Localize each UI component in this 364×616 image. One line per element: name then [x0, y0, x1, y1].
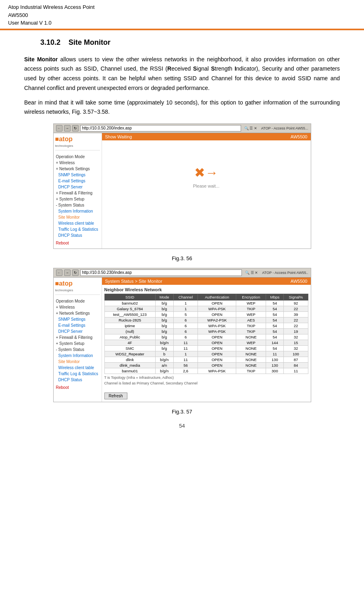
- sidebar-email-56[interactable]: E-mail Settings: [55, 178, 100, 184]
- table-cell: TKIP: [236, 323, 266, 329]
- table-row: banmu02b/g1OPENWEP5492: [104, 301, 308, 306]
- doc-content: 3.10.2 Site Monitor Site Monitor allows …: [0, 30, 364, 437]
- panel-product-57: AW5500: [291, 279, 308, 284]
- table-cell: (null): [104, 329, 155, 334]
- sidebar-netsettings-56[interactable]: + Network Settings: [55, 166, 100, 172]
- sidebar-firewall-57[interactable]: + Firewall & Filtering: [55, 334, 100, 340]
- col-ssid: SSID: [104, 294, 155, 301]
- site-table-body: banmu02b/g1OPENWEP5492Galaxy S_6784b/g1W…: [104, 301, 308, 374]
- refresh-btn-57-bar[interactable]: ↻: [72, 269, 79, 276]
- sidebar-wirclient-57[interactable]: Wireless client table: [55, 365, 100, 371]
- sidebar-dhcpstatus-56[interactable]: DHCP Status: [55, 232, 100, 238]
- sidebar-wirclient-56[interactable]: Wireless client table: [55, 220, 100, 226]
- sidebar-sysstatus-56[interactable]: - System Status: [55, 202, 100, 208]
- sidebar-dhcpstatus-57[interactable]: DHCP Status: [55, 377, 100, 383]
- back-btn-56[interactable]: ←: [56, 125, 62, 132]
- back-btn-57[interactable]: ←: [56, 269, 62, 276]
- sidebar-sitemon-56[interactable]: Site Monitor: [55, 214, 100, 220]
- table-row: dlinkb/g/n11OPENNONE13087: [104, 357, 308, 363]
- sidebar-sysstatus-57[interactable]: - System Status: [55, 347, 100, 353]
- body-paragraph-1: Site Monitor allows users to view the ot…: [24, 55, 340, 93]
- table-cell: WEP: [236, 312, 266, 317]
- table-cell: OPEN: [198, 340, 236, 346]
- table-cell: 11: [266, 351, 284, 357]
- site-monitor-table: SSID Mode Channel Authentication Encrypt…: [104, 294, 308, 374]
- sidebar-traffic-57[interactable]: Traffic Log & Statistics: [55, 371, 100, 377]
- table-cell: 6: [173, 334, 198, 340]
- table-row: Atop_Publicb/g6OPENNONE5432: [104, 334, 308, 340]
- fig56-label: Fig.3. 56: [24, 255, 340, 261]
- sidebar-dhcp-server-56[interactable]: DHCP Server: [55, 184, 100, 190]
- table-cell: 11: [173, 346, 198, 351]
- sidebar-sysinfo-57[interactable]: System Information: [55, 353, 100, 359]
- table-cell: a/n: [155, 363, 173, 368]
- table-cell: b/g/n: [155, 368, 173, 374]
- sidebar-op-mode-56[interactable]: Operation Mode: [55, 154, 100, 160]
- table-cell: 300: [266, 368, 284, 374]
- page-footer: 54: [24, 423, 340, 429]
- sidebar-wireless-57[interactable]: + Wireless: [55, 304, 100, 310]
- fig56-screenshot: ← → ↻ http://10.0.50.200/index.asp 🔍 ☰ ✕…: [53, 123, 311, 249]
- sidebar-dhcp-server-57[interactable]: DHCP Server: [55, 328, 100, 334]
- table-row: WDS2_Repeaterb1OPENNONE11100: [104, 351, 308, 357]
- table-cell: test__AW5500_123: [104, 312, 155, 317]
- sidebar-snmp-56[interactable]: SNMP Settings: [55, 172, 100, 178]
- table-cell: b/g: [155, 317, 173, 323]
- browser-bar-57: ← → ↻ http://10.0.50.230/index.asp 🔍 ☰ ✕…: [54, 268, 311, 278]
- table-cell: b/g: [155, 301, 173, 306]
- sidebar-op-mode-57[interactable]: Operation Mode: [55, 298, 100, 304]
- table-cell: 54: [266, 346, 284, 351]
- sidebar-wireless-56[interactable]: + Wireless: [55, 160, 100, 166]
- table-cell: 6: [173, 317, 198, 323]
- forward-btn-57[interactable]: →: [64, 269, 71, 276]
- table-cell: b: [155, 351, 173, 357]
- table-cell: dlink_media: [104, 363, 155, 368]
- table-cell: 144: [266, 340, 284, 346]
- table-cell: WPA2-PSK: [198, 317, 236, 323]
- site-table-area: Neighbor Wireless Network SSID Mode Chan…: [102, 285, 311, 402]
- sidebar-syssetup-56[interactable]: + System Setup: [55, 196, 100, 202]
- table-cell: 22: [284, 317, 308, 323]
- table-cell: NONE: [236, 357, 266, 363]
- table-cell: b/g/n: [155, 357, 173, 363]
- refresh-btn-56[interactable]: ↻: [72, 125, 79, 132]
- sidebar-sitemon-57[interactable]: Site Monitor: [55, 359, 100, 365]
- table-cell: OPEN: [198, 363, 236, 368]
- sidebar-firewall-56[interactable]: + Firewall & Filtering: [55, 190, 100, 196]
- table-row: banmu01b/g/n2,6WPA-PSKTKIP30011: [104, 368, 308, 374]
- refresh-button[interactable]: Refresh: [104, 393, 127, 399]
- sidebar-syssetup-57[interactable]: + System Setup: [55, 340, 100, 347]
- table-cell: SMC: [104, 346, 155, 351]
- table-row: 4Fb/g/n11OPENWEP14415: [104, 340, 308, 346]
- table-row: (null)b/g6WPA-PSKTKIP5419: [104, 329, 308, 334]
- table-cell: NONE: [236, 334, 266, 340]
- main-panel-56: Show Waiting AW5500 ✖→ Please wait...: [102, 133, 311, 248]
- sidebar-netsettings-57[interactable]: + Network Settings: [55, 310, 100, 316]
- sidebar-reboot-57[interactable]: Reboot: [55, 384, 100, 390]
- table-cell: 15: [284, 340, 308, 346]
- col-signal: Signal%: [284, 294, 308, 301]
- table-cell: OPEN: [198, 334, 236, 340]
- table-cell: 54: [266, 329, 284, 334]
- table-cell: TKIP: [236, 306, 266, 312]
- sidebar-57: ■atop technologies Operation Mode + Wire…: [54, 278, 102, 402]
- url-bar-57[interactable]: http://10.0.50.230/index.asp: [80, 269, 242, 276]
- table-cell: 22: [284, 306, 308, 312]
- logo-56: ■atop technologies: [55, 136, 100, 150]
- logo-57: ■atop technologies: [55, 280, 100, 295]
- forward-btn-56[interactable]: →: [64, 125, 71, 132]
- table-row: SMCb/g11OPENNONE5432: [104, 346, 308, 351]
- header-line3: User Manual V 1.0: [8, 19, 356, 27]
- table-row: iptimeb/g6WPA-PSKTKIP5422: [104, 323, 308, 329]
- sidebar-snmp-57[interactable]: SNMP Settings: [55, 316, 100, 322]
- url-bar-56[interactable]: http://10.0.50.200/index.asp: [80, 125, 241, 132]
- sidebar-email-57[interactable]: E-mail Settings: [55, 322, 100, 328]
- table-cell: 130: [266, 357, 284, 363]
- wait-text-56: Please wait...: [193, 184, 219, 188]
- table-cell: OPEN: [198, 351, 236, 357]
- table-cell: NONE: [236, 351, 266, 357]
- sidebar-reboot-56[interactable]: Reboot: [55, 240, 100, 246]
- table-cell: iptime: [104, 323, 155, 329]
- sidebar-traffic-56[interactable]: Traffic Log & Statistics: [55, 226, 100, 232]
- sidebar-sysinfo-56[interactable]: System Information: [55, 208, 100, 214]
